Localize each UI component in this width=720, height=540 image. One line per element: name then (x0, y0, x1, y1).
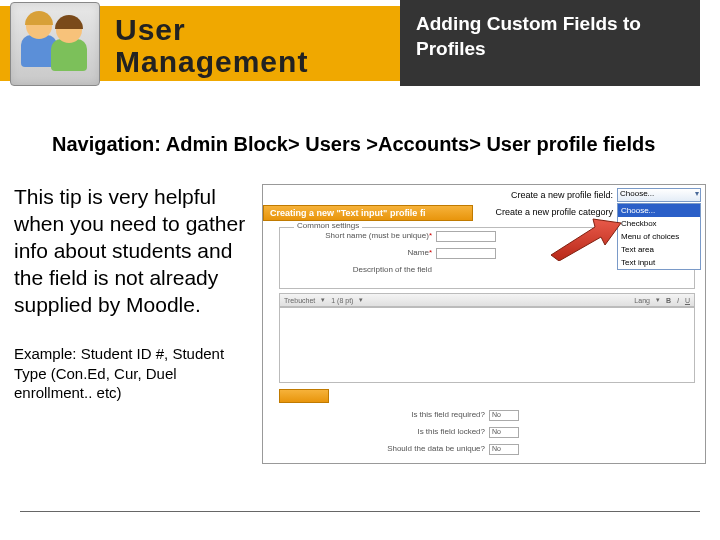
lang-select[interactable]: Lang (634, 297, 650, 304)
page-title: User Management (115, 14, 308, 77)
unique-select[interactable]: No (489, 444, 519, 455)
pointer-arrow-icon (551, 215, 621, 261)
dropdown-option[interactable]: Text area (618, 243, 700, 256)
section-header: Creating a new "Text input" profile fi (263, 205, 473, 221)
unique-label: Should the data be unique? (329, 444, 489, 455)
underline-button[interactable]: U (685, 297, 690, 304)
description-label: Description of the field (286, 265, 436, 274)
short-name-label: Short name (must be unique) (325, 231, 429, 240)
breadcrumb-prefix: Navigation: (52, 133, 166, 155)
breadcrumb: Navigation: Admin Block> Users >Accounts… (52, 133, 720, 156)
dropdown-option[interactable]: Menu of choices (618, 230, 700, 243)
description-editor[interactable] (279, 307, 695, 383)
create-field-select[interactable]: Choose... (617, 188, 701, 202)
breadcrumb-path: Admin Block> Users >Accounts> User profi… (166, 133, 656, 155)
tip-paragraph: This tip is very helpful when you need t… (14, 184, 250, 318)
screenshot-mockup: Create a new profile field: Choose... Cr… (262, 184, 706, 464)
italic-button[interactable]: I (677, 297, 679, 304)
field-type-dropdown[interactable]: Choose... Checkbox Menu of choices Text … (617, 203, 701, 270)
section-band (279, 389, 329, 403)
name-input[interactable] (436, 248, 496, 259)
dropdown-option[interactable]: Choose... (618, 204, 700, 217)
name-label: Name (408, 248, 429, 257)
title-line-1: User (115, 14, 308, 46)
dropdown-option[interactable]: Checkbox (618, 217, 700, 230)
bold-button[interactable]: B (666, 297, 671, 304)
fieldset-legend: Common settings (294, 221, 362, 230)
required-label: Is this field required? (329, 410, 489, 421)
font-size-select[interactable]: 1 (8 pt) (331, 297, 353, 304)
short-name-input[interactable] (436, 231, 496, 242)
subtitle-box: Adding Custom Fields to Profiles (400, 0, 700, 86)
required-select[interactable]: No (489, 410, 519, 421)
title-line-2: Management (115, 46, 308, 78)
svg-marker-0 (551, 219, 621, 261)
dropdown-option[interactable]: Text input (618, 256, 700, 269)
footer-divider (20, 511, 700, 512)
create-field-label: Create a new profile field: (421, 190, 617, 200)
example-paragraph: Example: Student ID #, Student Type (Con… (14, 344, 250, 403)
locked-select[interactable]: No (489, 427, 519, 438)
users-group-icon (10, 2, 100, 86)
editor-toolbar: Trebuchet ▾ 1 (8 pt) ▾ Lang ▾ B I U (279, 293, 695, 307)
subtitle-text: Adding Custom Fields to Profiles (416, 12, 684, 61)
font-family-select[interactable]: Trebuchet (284, 297, 315, 304)
locked-label: Is this field locked? (329, 427, 489, 438)
